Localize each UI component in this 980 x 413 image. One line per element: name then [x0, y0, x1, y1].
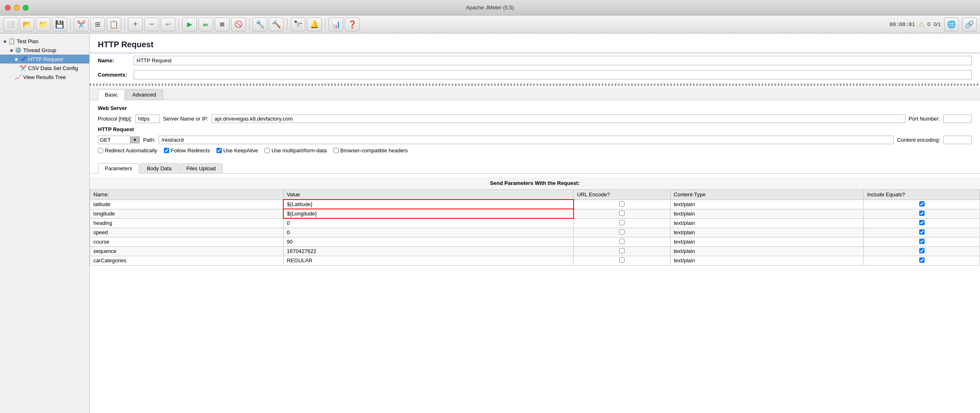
use-keepalive-checkbox-label[interactable]: Use KeepAlive — [216, 147, 258, 154]
remove-button[interactable]: − — [144, 18, 159, 31]
shutdown-button[interactable]: 🚫 — [231, 18, 246, 31]
use-keepalive-checkbox[interactable] — [216, 148, 222, 153]
param-includeequals[interactable] — [864, 218, 980, 228]
sidebar-item-test-plan[interactable]: ◆ 📋 Test Plan — [0, 37, 89, 46]
sidebar-item-view-results-tree[interactable]: 📈 View Results Tree — [0, 72, 89, 81]
use-multipart-checkbox[interactable] — [265, 148, 270, 153]
table-row[interactable]: longitude${Longitude}text/plain — [90, 209, 980, 218]
table-row[interactable]: course90text/plain — [90, 237, 980, 246]
urlencode-checkbox[interactable] — [619, 211, 625, 216]
name-input[interactable] — [134, 56, 972, 65]
param-urlencode[interactable] — [574, 209, 670, 218]
param-urlencode[interactable] — [574, 237, 670, 246]
includeequals-checkbox[interactable] — [919, 211, 925, 216]
urlencode-checkbox[interactable] — [619, 239, 625, 244]
param-urlencode[interactable] — [574, 256, 670, 265]
sub-tab-body-data[interactable]: Body Data — [140, 163, 179, 173]
use-multipart-checkbox-label[interactable]: Use multipart/form-data — [265, 147, 327, 154]
clear-button[interactable]: 🔔 — [307, 18, 322, 31]
urlencode-checkbox[interactable] — [619, 220, 625, 225]
start-no-pauses-button[interactable]: ⏭ — [199, 18, 213, 31]
new-button[interactable]: ⬜ — [3, 18, 18, 31]
param-urlencode[interactable] — [574, 246, 670, 256]
includeequals-checkbox[interactable] — [919, 248, 925, 253]
param-value: REGULAR — [283, 256, 574, 265]
table-row[interactable]: carCategoriesREGULARtext/plain — [90, 256, 980, 265]
param-includeequals[interactable] — [864, 246, 980, 256]
includeequals-checkbox[interactable] — [919, 220, 925, 225]
comments-input[interactable] — [134, 70, 972, 79]
urlencode-checkbox[interactable] — [619, 229, 625, 235]
includeequals-checkbox[interactable] — [919, 239, 925, 244]
table-row[interactable]: latitude${Latitude}text/plain — [90, 200, 980, 209]
param-includeequals[interactable] — [864, 256, 980, 265]
list-button[interactable]: 📊 — [329, 18, 343, 31]
sidebar-item-http-request[interactable]: ◆ 🖊️ HTTP Request — [0, 55, 89, 64]
sep2 — [124, 19, 125, 30]
redirect-auto-checkbox-label[interactable]: Redirect Automatically — [98, 147, 157, 154]
param-includeequals[interactable] — [864, 209, 980, 218]
server-name-input[interactable] — [212, 114, 905, 123]
param-urlencode[interactable] — [574, 228, 670, 237]
redirect-auto-checkbox[interactable] — [98, 148, 103, 153]
sub-tab-files-upload[interactable]: Files Upload — [179, 163, 223, 173]
content-encoding-input[interactable] — [943, 136, 972, 144]
includeequals-checkbox[interactable] — [919, 229, 925, 235]
tool2-button[interactable]: 🔨 — [269, 18, 284, 31]
col-header-contenttype: Content-Type — [670, 190, 864, 200]
dropdown-arrow-icon[interactable]: ▼ — [130, 136, 140, 143]
urlencode-checkbox[interactable] — [619, 201, 625, 206]
protocol-input[interactable] — [135, 114, 160, 123]
open-button[interactable]: 📁 — [36, 18, 51, 31]
section-content: Web Server Protocol [http]: Server Name … — [90, 100, 980, 162]
minimize-button[interactable] — [14, 5, 20, 11]
open-templates-button[interactable]: 📂 — [20, 18, 34, 31]
globe-button[interactable]: 🌐 — [944, 18, 959, 31]
start-button[interactable]: ▶ — [182, 18, 197, 31]
sidebar-item-csv-data-set[interactable]: ✂️ CSV Data Set Config — [0, 64, 89, 72]
tool1-button[interactable]: 🔧 — [253, 18, 267, 31]
includeequals-checkbox[interactable] — [919, 201, 925, 206]
close-button[interactable] — [5, 5, 11, 11]
path-input[interactable] — [159, 136, 894, 144]
sep3 — [179, 19, 179, 30]
table-row[interactable]: speed0text/plain — [90, 228, 980, 237]
expand-button[interactable]: ↩ — [161, 18, 175, 31]
table-row[interactable]: heading0text/plain — [90, 218, 980, 228]
param-includeequals[interactable] — [864, 228, 980, 237]
urlencode-checkbox[interactable] — [619, 248, 625, 253]
stop-button[interactable]: ⏹ — [215, 18, 230, 31]
method-select[interactable]: GET POST PUT DELETE PATCH — [98, 136, 130, 144]
port-input[interactable] — [943, 114, 972, 123]
param-contenttype: text/plain — [670, 218, 864, 228]
protocol-label: Protocol [http]: — [98, 116, 132, 122]
follow-redirects-checkbox[interactable] — [164, 148, 169, 153]
add-button[interactable]: + — [128, 18, 143, 31]
save-button[interactable]: 💾 — [52, 18, 67, 31]
help-button[interactable]: ❓ — [345, 18, 360, 31]
param-urlencode[interactable] — [574, 218, 670, 228]
copy-button[interactable]: ⊞ — [90, 18, 105, 31]
paste-button[interactable]: 📋 — [106, 18, 121, 31]
tab-basic[interactable]: Basic — [98, 89, 125, 100]
maximize-button[interactable] — [23, 5, 29, 11]
urlencode-checkbox[interactable] — [619, 257, 625, 263]
browser-compatible-checkbox-label[interactable]: Browser-compatible headers — [333, 147, 408, 154]
follow-redirects-checkbox-label[interactable]: Follow Redirects — [164, 147, 210, 154]
sidebar-item-thread-group[interactable]: ◆ ⚙️ Thread Group — [0, 46, 89, 55]
param-urlencode[interactable] — [574, 200, 670, 209]
cut-button[interactable]: ✂️ — [74, 18, 88, 31]
tab-advanced[interactable]: Advanced — [126, 89, 163, 100]
settings-button[interactable]: 🔗 — [962, 18, 977, 31]
param-value: ${Latitude} — [283, 200, 574, 209]
divider — [90, 83, 980, 86]
includeequals-checkbox[interactable] — [919, 257, 925, 263]
page-header: HTTP Request — [90, 33, 980, 53]
param-includeequals[interactable] — [864, 237, 980, 246]
param-name: course — [90, 237, 284, 246]
table-row[interactable]: sequence1670427622text/plain — [90, 246, 980, 256]
param-includeequals[interactable] — [864, 200, 980, 209]
sub-tab-parameters[interactable]: Parameters — [98, 163, 139, 174]
browser-compatible-checkbox[interactable] — [333, 148, 339, 153]
search-button[interactable]: 🔭 — [291, 18, 305, 31]
